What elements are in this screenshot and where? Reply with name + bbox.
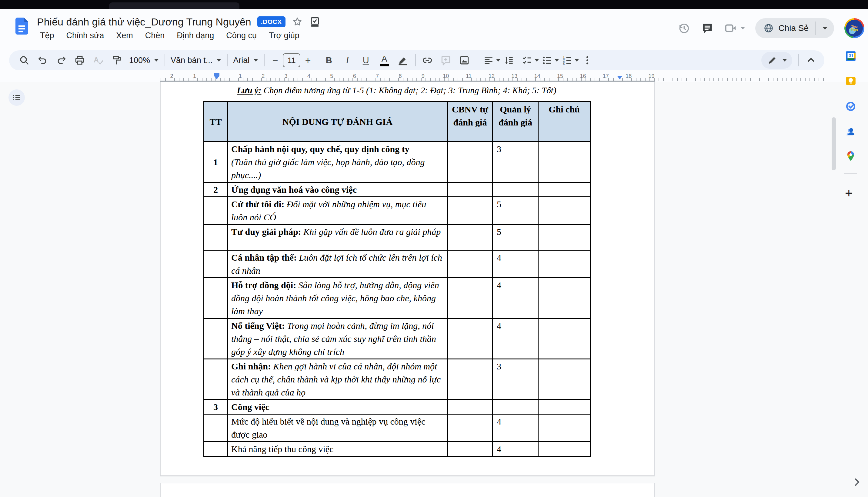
cell-cbnv-score[interactable]: [447, 142, 493, 182]
cell-note[interactable]: [538, 142, 590, 182]
cell-tt[interactable]: [204, 359, 228, 400]
collapse-chevron-icon[interactable]: [805, 53, 817, 68]
cell-note[interactable]: [538, 197, 590, 225]
cell-tt[interactable]: [204, 442, 228, 456]
cell-note[interactable]: [538, 359, 590, 400]
docs-file-icon[interactable]: [15, 17, 28, 34]
bulleted-list-icon[interactable]: [541, 53, 559, 68]
table-row[interactable]: Cá nhân tập thể: Luôn đặt lợi ích tổ chứ…: [204, 250, 590, 278]
tasks-icon[interactable]: [845, 100, 856, 112]
cell-manager-score[interactable]: 4: [493, 442, 538, 456]
share-caret-icon[interactable]: [816, 26, 834, 31]
horizontal-ruler[interactable]: 2112345678910111213141516171819: [0, 73, 868, 82]
cell-manager-score[interactable]: [493, 182, 538, 197]
cell-content[interactable]: Ứng dụng văn hoá vào công việc: [228, 182, 447, 197]
bold-button[interactable]: B: [323, 53, 335, 68]
cell-tt[interactable]: [204, 250, 228, 278]
col-header-note[interactable]: Ghi chú: [538, 102, 590, 142]
table-row[interactable]: 1Chấp hành nội quy, quy chế, quy định cô…: [204, 142, 590, 182]
keep-icon[interactable]: [845, 75, 856, 87]
cell-cbnv-score[interactable]: [447, 318, 493, 359]
align-left-icon[interactable]: [483, 53, 500, 68]
cell-cbnv-score[interactable]: [447, 359, 493, 400]
highlight-color-icon[interactable]: [397, 53, 409, 68]
font-family-control[interactable]: Arial: [233, 56, 258, 65]
cell-content[interactable]: Khả năng tiếp thu công việc: [228, 442, 447, 456]
cell-tt[interactable]: 1: [204, 142, 228, 182]
cell-tt[interactable]: [204, 197, 228, 225]
cell-content[interactable]: Chấp hành nội quy, quy chế, quy định côn…: [228, 142, 447, 182]
cell-manager-score[interactable]: 4: [493, 414, 538, 442]
cell-content[interactable]: Hỗ trợ đồng đội: Sẵn lòng hỗ trợ, hướng …: [228, 278, 447, 318]
cell-note[interactable]: [538, 400, 590, 414]
cell-note[interactable]: [538, 278, 590, 318]
line-spacing-icon[interactable]: [503, 53, 515, 68]
cell-note[interactable]: [538, 318, 590, 359]
cell-note[interactable]: [538, 182, 590, 197]
vertical-scrollbar[interactable]: [831, 117, 836, 170]
undo-icon[interactable]: [37, 53, 49, 68]
cell-cbnv-score[interactable]: [447, 182, 493, 197]
calendar-icon[interactable]: 31: [845, 50, 856, 62]
table-row[interactable]: 2Ứng dụng văn hoá vào công việc: [204, 182, 590, 197]
cell-tt[interactable]: [204, 414, 228, 442]
cell-tt[interactable]: 2: [204, 182, 228, 197]
table-row[interactable]: Nổ tiếng Việt: Trong mọi hoàn cảnh, đừng…: [204, 318, 590, 359]
insert-image-icon[interactable]: [458, 53, 470, 68]
spellcheck-icon[interactable]: A: [92, 53, 104, 68]
table-row[interactable]: Khả năng tiếp thu công việc4: [204, 442, 590, 456]
add-comment-icon[interactable]: [440, 53, 452, 68]
cell-tt[interactable]: [204, 318, 228, 359]
menu-tools[interactable]: Công cụ: [226, 30, 257, 42]
paint-format-icon[interactable]: [111, 53, 123, 68]
comments-icon[interactable]: [700, 21, 715, 36]
contacts-icon[interactable]: [845, 126, 856, 138]
cell-manager-score[interactable]: 5: [493, 197, 538, 225]
more-kebab-icon[interactable]: [581, 53, 594, 68]
numbered-list-icon[interactable]: 123: [561, 53, 579, 68]
cell-manager-score[interactable]: 4: [493, 278, 538, 318]
table-row[interactable]: Hỗ trợ đồng đội: Sẵn lòng hỗ trợ, hướng …: [204, 278, 590, 318]
table-row[interactable]: Ghi nhận: Khen gợi hành vi của cá nhân, …: [204, 359, 590, 400]
cell-manager-score[interactable]: 4: [493, 250, 538, 278]
cell-tt[interactable]: [204, 225, 228, 250]
version-history-icon[interactable]: [677, 21, 691, 36]
cell-content[interactable]: Mức độ hiểu biết về nội dung và nghiệp v…: [228, 414, 447, 442]
plus-icon[interactable]: +: [845, 187, 853, 199]
cell-note[interactable]: [538, 414, 590, 442]
join-call-control[interactable]: [724, 21, 745, 35]
table-row[interactable]: Tư duy giải pháp: Khi gặp vấn đề luôn đư…: [204, 225, 590, 250]
evaluation-table[interactable]: TT NỘI DUNG TỰ ĐÁNH GIÁ CBNV tự đánh giá…: [203, 101, 591, 457]
zoom-control[interactable]: 100%: [129, 56, 158, 65]
cell-note[interactable]: [538, 442, 590, 456]
cell-manager-score[interactable]: 3: [493, 142, 538, 182]
cell-manager-score[interactable]: [493, 400, 538, 414]
cell-cbnv-score[interactable]: [447, 414, 493, 442]
cell-content[interactable]: Cứ thử tôi đi: Đối mặt với những nhiệm v…: [228, 197, 447, 225]
italic-button[interactable]: I: [341, 53, 353, 68]
underline-button[interactable]: U: [360, 53, 372, 68]
cell-content[interactable]: Công việc: [228, 400, 447, 414]
menu-file[interactable]: Tệp: [39, 30, 55, 42]
text-color-button[interactable]: A: [378, 53, 390, 68]
approval-check-icon[interactable]: [309, 16, 321, 28]
cell-manager-score[interactable]: 5: [493, 225, 538, 250]
cell-tt[interactable]: 3: [204, 400, 228, 414]
paragraph-style-control[interactable]: Văn bản t...: [171, 56, 221, 65]
note-line[interactable]: Lưu ý: Chọn điểm tương ứng từ 1-5 (1: Kh…: [203, 85, 590, 96]
maps-icon[interactable]: [845, 150, 856, 162]
share-button[interactable]: Chia Sẻ: [755, 18, 834, 38]
cell-cbnv-score[interactable]: [447, 442, 493, 456]
insert-link-icon[interactable]: [421, 53, 433, 68]
cell-note[interactable]: [538, 225, 590, 250]
redo-icon[interactable]: [55, 53, 67, 68]
decrease-font-size-button[interactable]: −: [270, 55, 280, 66]
increase-font-size-button[interactable]: +: [303, 55, 313, 66]
document-outline-icon[interactable]: [9, 89, 25, 106]
cell-cbnv-score[interactable]: [447, 278, 493, 318]
col-header-tt[interactable]: TT: [204, 102, 228, 142]
cell-manager-score[interactable]: 4: [493, 318, 538, 359]
menu-insert[interactable]: Chèn: [145, 30, 166, 42]
left-indent-marker[interactable]: [214, 73, 219, 80]
star-icon[interactable]: [291, 16, 303, 28]
